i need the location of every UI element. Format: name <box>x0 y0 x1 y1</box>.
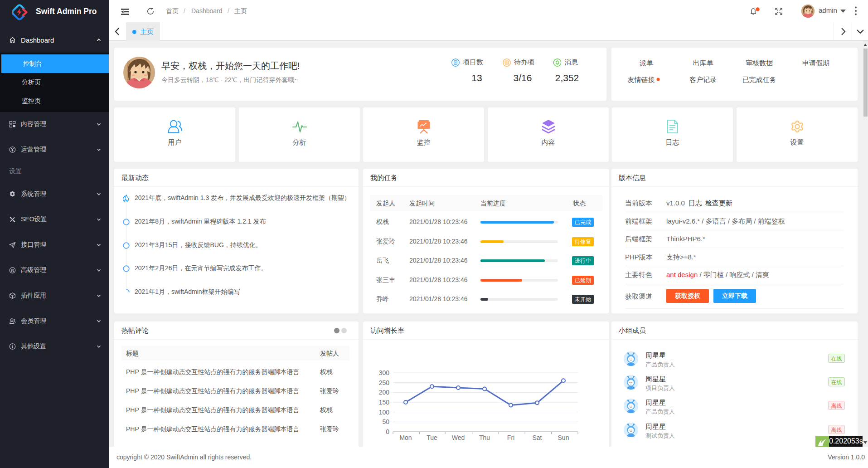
svg-text:300: 300 <box>379 369 390 376</box>
svg-text:250: 250 <box>379 379 390 386</box>
svg-text:50: 50 <box>382 418 389 425</box>
svg-text:Thu: Thu <box>479 434 490 441</box>
svg-text:Mon: Mon <box>399 434 412 441</box>
svg-text:Tue: Tue <box>427 434 437 441</box>
svg-text:Fri: Fri <box>507 434 514 441</box>
svg-text:100: 100 <box>379 409 390 416</box>
svg-text:0: 0 <box>386 428 389 435</box>
svg-text:150: 150 <box>379 399 390 406</box>
svg-text:Wed: Wed <box>452 434 465 441</box>
svg-text:200: 200 <box>379 389 390 396</box>
svg-text:Sat: Sat <box>532 434 542 441</box>
svg-text:Sun: Sun <box>558 434 569 441</box>
